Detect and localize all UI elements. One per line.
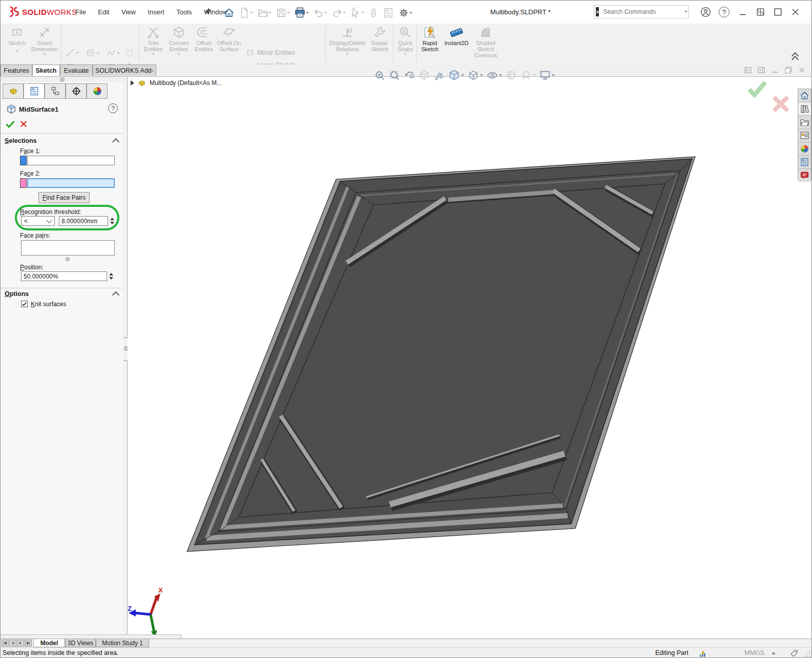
custom-properties-icon[interactable] (798, 156, 811, 169)
next-window-icon[interactable] (757, 66, 765, 74)
options-group-header[interactable]: Options (5, 290, 29, 298)
print-icon[interactable] (293, 6, 310, 19)
offset-on-surface-button[interactable]: Offset On Surface (216, 26, 242, 52)
rapid-sketch-button[interactable]: Rapid Sketch (419, 26, 441, 52)
position-spinner[interactable] (108, 271, 114, 281)
doc-close-icon[interactable] (798, 66, 806, 74)
smart-dimension-button[interactable]: Smart Dimension (30, 26, 59, 55)
doc-minimize-icon[interactable] (771, 66, 779, 74)
last-tab-icon[interactable] (25, 640, 32, 647)
face-pairs-listbox[interactable] (21, 240, 115, 256)
sketch-button[interactable]: Sketch (5, 26, 29, 52)
tab-motion-study-1[interactable]: Motion Study 1 (96, 639, 149, 647)
recognition-operator-select[interactable]: < (21, 216, 55, 226)
magnet-icon[interactable] (367, 7, 380, 19)
tab-evaluate[interactable]: Evaluate (60, 65, 93, 76)
search-scope-caret[interactable] (684, 11, 688, 13)
menu-view[interactable]: View (116, 1, 141, 24)
previous-tab-icon[interactable] (9, 640, 16, 647)
find-face-pairs-button[interactable]: Find Face Pairs (38, 192, 90, 203)
menu-file[interactable]: File (70, 1, 91, 24)
spline-tool[interactable] (106, 48, 120, 58)
close-icon[interactable] (790, 7, 800, 17)
property-manager-tab[interactable] (24, 83, 45, 99)
doc-restore-icon[interactable] (784, 66, 793, 74)
knit-surfaces-checkbox[interactable] (21, 301, 28, 307)
document-properties-icon[interactable] (381, 6, 395, 19)
appearances-icon[interactable] (798, 142, 811, 156)
pm-cancel-button[interactable] (19, 119, 28, 129)
tag-icon[interactable] (789, 649, 799, 658)
pm-help-icon[interactable]: ? (108, 103, 118, 113)
convert-entities-button[interactable]: Convert Entities (165, 26, 192, 55)
offset-entities-button[interactable]: Offset Entities (192, 26, 216, 52)
repair-sketch-button[interactable]: Repair Sketch (367, 26, 392, 52)
open-icon[interactable] (256, 6, 273, 19)
new-document-icon[interactable] (237, 6, 255, 19)
quick-snaps-button[interactable]: Quick Snaps (395, 26, 415, 55)
maximize-icon[interactable] (773, 7, 783, 17)
save-icon[interactable] (274, 6, 292, 19)
home-icon[interactable] (798, 89, 811, 102)
search-commands-input[interactable] (602, 8, 683, 16)
face1-input[interactable] (27, 156, 115, 165)
resize-grip[interactable] (804, 651, 810, 657)
menu-edit[interactable]: Edit (93, 1, 114, 24)
horizontal-scrollbar[interactable] (1, 634, 181, 639)
undo-icon[interactable] (311, 6, 329, 19)
display-manager-tab[interactable] (87, 83, 108, 99)
graphics-viewport[interactable]: Multibody (Default<As M... (128, 77, 812, 639)
units-caret-icon[interactable] (772, 652, 776, 654)
selections-group-header[interactable]: Selections (5, 137, 37, 144)
line-tool[interactable] (65, 48, 79, 58)
units-selector[interactable]: MMGS (744, 649, 764, 656)
next-tab-icon[interactable] (17, 640, 24, 647)
trim-entities-button[interactable]: Trim Entities (141, 26, 165, 55)
first-tab-icon[interactable] (2, 640, 9, 647)
property-manager-title: MidSurface1 (19, 105, 58, 113)
model-midsurface-part[interactable] (128, 77, 812, 639)
orientation-triad[interactable]: X Y Z (128, 586, 179, 640)
tab-model[interactable]: Model (33, 639, 65, 647)
position-input[interactable] (21, 271, 107, 281)
design-library-icon[interactable] (798, 102, 811, 116)
tab-features[interactable]: Features (1, 65, 32, 76)
rebuild-status-icon[interactable] (698, 649, 707, 658)
cascade-icon[interactable] (756, 7, 765, 17)
tab-sketch[interactable]: Sketch (32, 65, 60, 76)
face-pairs-resize-handle[interactable] (66, 257, 70, 261)
home-icon[interactable] (222, 6, 236, 19)
previous-window-icon[interactable] (744, 66, 752, 74)
face2-input[interactable] (27, 178, 115, 188)
instant2d-button[interactable]: Instant2D (442, 26, 471, 46)
ribbon-pin-icon[interactable] (793, 53, 798, 62)
minimize-icon[interactable] (738, 8, 747, 17)
dimxpert-manager-tab[interactable] (66, 83, 87, 99)
recognition-threshold-input[interactable] (59, 216, 108, 226)
mirror-entities-button[interactable]: Mirror Entities (245, 48, 295, 57)
circle-tool[interactable] (86, 48, 99, 58)
help-icon[interactable]: ? (719, 7, 730, 17)
file-explorer-icon[interactable] (798, 116, 811, 129)
menu-insert[interactable]: Insert (142, 1, 170, 24)
selections-collapse-icon[interactable] (113, 139, 118, 144)
pin-menu-button[interactable] (202, 7, 213, 17)
tab-solidworks-add-ins[interactable]: SOLIDWORKS Add-Ins (93, 65, 156, 76)
recognition-threshold-spinner[interactable] (109, 216, 115, 226)
knit-surfaces-label[interactable]: Knit surfaces (31, 301, 66, 308)
user-account-icon[interactable] (700, 7, 711, 17)
redo-icon[interactable] (330, 6, 347, 19)
display-delete-relations-button[interactable]: Display/Delete Relations (327, 26, 367, 55)
select-cursor-icon[interactable] (348, 6, 366, 19)
forum-icon[interactable] (798, 169, 811, 182)
pm-ok-button[interactable] (5, 119, 16, 129)
options-gear-icon[interactable] (397, 6, 414, 19)
feature-manager-tab[interactable] (3, 83, 24, 99)
view-palette-icon[interactable] (798, 129, 811, 142)
tab-3d-views[interactable]: 3D Views (65, 639, 96, 647)
menu-tools[interactable]: Tools (171, 1, 197, 24)
options-collapse-icon[interactable] (113, 292, 118, 298)
shaded-sketch-contours-button[interactable]: Shaded Sketch Contours (472, 26, 499, 58)
trim-patch-tool[interactable] (124, 48, 134, 58)
configuration-manager-tab[interactable] (45, 83, 66, 99)
